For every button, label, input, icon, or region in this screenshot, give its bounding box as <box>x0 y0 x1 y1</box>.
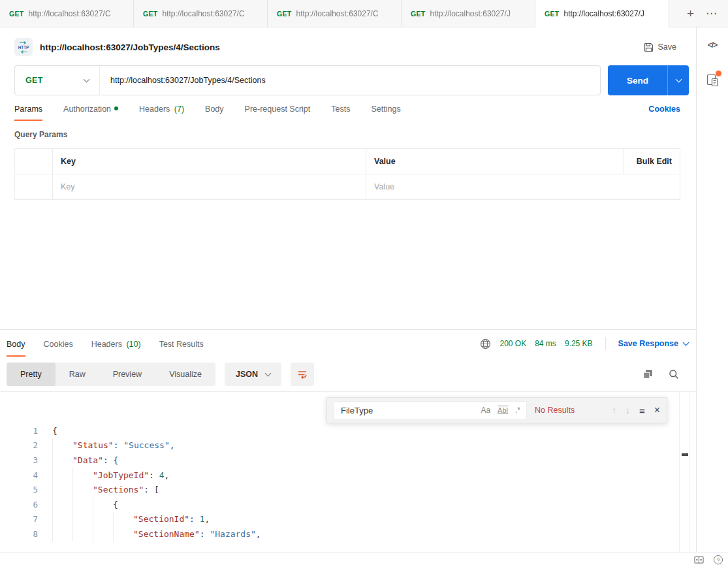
find-in-selection-icon[interactable]: ≡ <box>639 405 645 416</box>
code-line: 8"SectionName": "Hazards", <box>0 526 696 542</box>
tab-url-label: http://localhost:63027/J <box>564 9 660 18</box>
toolbar-right <box>642 369 689 380</box>
find-next-icon[interactable]: ↓ <box>625 405 630 415</box>
match-case-toggle[interactable]: Aa <box>481 406 490 415</box>
new-tab-button[interactable]: + <box>687 7 694 21</box>
token: : <box>200 529 210 539</box>
code-snippet-icon[interactable]: </> <box>708 40 717 50</box>
whole-word-toggle[interactable]: Abl <box>498 406 508 414</box>
send-button[interactable]: Send <box>608 65 689 95</box>
tab-settings[interactable]: Settings <box>371 105 400 121</box>
wrap-text-button[interactable] <box>291 363 314 386</box>
tab-url-label: http://localhost:63027/J <box>430 9 526 18</box>
tab-tests[interactable]: Tests <box>331 105 350 121</box>
tab-count-badge: (7) <box>172 105 184 114</box>
code-text: "SectionName": "Hazards", <box>38 526 261 542</box>
documentation-icon[interactable] <box>706 73 719 87</box>
tab-authorization[interactable]: Authorization <box>63 105 118 121</box>
token: 1 <box>200 514 205 524</box>
code-line: 1{ <box>0 423 696 438</box>
token: { <box>113 500 118 510</box>
indent-guide <box>113 512 133 527</box>
format-select[interactable]: JSON <box>225 363 281 386</box>
help-icon[interactable]: ? <box>714 555 723 564</box>
token: "SectionId" <box>133 514 189 524</box>
main-row: HTTP http://localhost:63027/JobTypes/4/S… <box>0 27 728 552</box>
code-line: 5"Sections": [ <box>0 482 696 497</box>
network-globe-icon[interactable] <box>480 338 491 349</box>
find-previous-icon[interactable]: ↑ <box>612 405 616 415</box>
code-text: "SectionId": 1, <box>38 512 210 527</box>
tab-options-button[interactable]: ⋯ <box>706 7 718 20</box>
close-icon[interactable]: × <box>654 404 660 416</box>
token: 4 <box>159 470 165 480</box>
save-response-button[interactable]: Save Response <box>618 339 688 348</box>
tab-label: Pre-request Script <box>245 105 311 114</box>
find-nav: ↑ ↓ ≡ × <box>612 404 660 416</box>
view-mode-raw[interactable]: Raw <box>55 363 99 386</box>
save-icon <box>644 42 654 52</box>
status-badge[interactable]: 200 OK <box>499 339 526 348</box>
token: "JobTypeId" <box>93 470 149 480</box>
code-text: { <box>38 423 57 438</box>
copy-icon[interactable] <box>642 369 653 380</box>
response-size[interactable]: 9.25 KB <box>565 339 593 348</box>
tab-params[interactable]: Params <box>14 105 42 121</box>
view-mode-visualize[interactable]: Visualize <box>155 363 215 386</box>
code-line: 2"Status": "Success", <box>0 438 696 453</box>
indent-guide <box>72 512 93 527</box>
line-number: 5 <box>0 485 38 494</box>
url-input[interactable] <box>100 66 600 95</box>
code-line: 7"SectionId": 1, <box>0 512 696 527</box>
save-button[interactable]: Save <box>640 40 681 55</box>
find-input[interactable] <box>334 406 481 415</box>
param-key-input[interactable] <box>53 182 366 191</box>
bulk-edit-button[interactable]: Bulk Edit <box>624 149 680 174</box>
param-value-input[interactable] <box>366 182 680 191</box>
line-number: 4 <box>0 470 38 480</box>
request-tab[interactable]: GEThttp://localhost:63027/C <box>134 0 268 27</box>
find-toggles: Aa Abl .* <box>481 406 526 415</box>
tab-method-label: GET <box>143 10 158 18</box>
request-tab[interactable]: GEThttp://localhost:63027/J <box>535 0 669 27</box>
request-tab[interactable]: GEThttp://localhost:63027/C <box>268 0 402 27</box>
tab-method-label: GET <box>545 10 560 18</box>
view-mode-preview[interactable]: Preview <box>99 363 155 386</box>
tab-method-label: GET <box>277 10 292 18</box>
response-time[interactable]: 84 ms <box>535 339 556 348</box>
method-select[interactable]: GET <box>15 66 100 95</box>
send-options-button[interactable] <box>667 65 689 95</box>
tab-actions: + ⋯ <box>676 0 728 27</box>
chevron-down-icon <box>683 339 689 346</box>
request-tab[interactable]: GEThttp://localhost:63027/C <box>0 0 134 27</box>
method-label: GET <box>25 76 43 85</box>
indent-guide <box>93 526 113 542</box>
find-widget: Aa Abl .* No Results ↑ ↓ ≡ × <box>326 397 667 423</box>
response-tab-test-results[interactable]: Test Results <box>159 331 204 357</box>
response-tab-body[interactable]: Body <box>7 331 25 357</box>
param-key-cell <box>53 174 366 200</box>
tab-headers[interactable]: Headers (7) <box>139 105 184 121</box>
query-params-header-row: Key Value Bulk Edit <box>15 149 680 174</box>
token: "Hazards" <box>210 529 255 539</box>
search-icon[interactable] <box>669 369 679 380</box>
view-mode-pretty[interactable]: Pretty <box>7 363 55 386</box>
line-number: 8 <box>0 529 38 539</box>
tab-pre-request-script[interactable]: Pre-request Script <box>245 105 311 121</box>
scrollbar[interactable] <box>679 392 689 552</box>
query-params-table: Key Value Bulk Edit <box>14 148 680 200</box>
code-text: { <box>38 497 118 512</box>
request-title-row: HTTP http://localhost:63027/JobTypes/4/S… <box>0 27 696 63</box>
tab-label: Headers <box>139 105 170 114</box>
tab-body[interactable]: Body <box>205 105 224 121</box>
scrollbar-thumb[interactable] <box>682 453 688 456</box>
request-tab[interactable]: GEThttp://localhost:63027/J <box>402 0 535 27</box>
response-tab-headers[interactable]: Headers (10) <box>91 331 141 357</box>
panel-toggle-icon[interactable] <box>694 556 704 564</box>
tab-url-label: http://localhost:63027/C <box>29 9 125 18</box>
token: { <box>52 426 57 436</box>
response-body-editor: Aa Abl .* No Results ↑ ↓ ≡ × <box>0 392 696 552</box>
cookies-link[interactable]: Cookies <box>648 105 680 114</box>
regex-toggle[interactable]: .* <box>515 406 520 415</box>
response-tab-cookies[interactable]: Cookies <box>44 331 73 357</box>
